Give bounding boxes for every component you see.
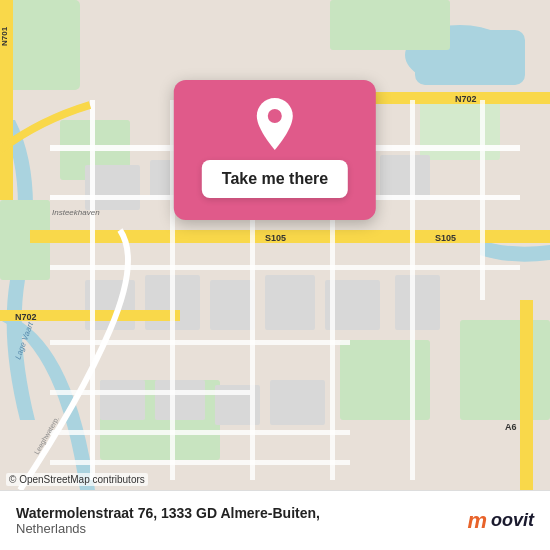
svg-rect-37 <box>520 300 533 490</box>
svg-rect-6 <box>330 0 450 50</box>
svg-rect-26 <box>270 380 325 425</box>
svg-rect-51 <box>480 100 485 300</box>
info-bar: Watermolenstraat 76, 1333 GD Almere-Buit… <box>0 490 550 550</box>
svg-rect-19 <box>210 280 255 330</box>
moovit-logo-m: m <box>467 508 487 534</box>
svg-text:N702: N702 <box>455 94 477 104</box>
svg-text:S105: S105 <box>435 233 456 243</box>
svg-text:Insteekhaven: Insteekhaven <box>52 208 100 217</box>
svg-rect-24 <box>155 380 205 420</box>
svg-rect-22 <box>395 275 440 330</box>
moovit-logo: m oovit <box>467 508 534 534</box>
svg-rect-23 <box>100 380 145 420</box>
svg-rect-46 <box>90 100 95 480</box>
svg-rect-50 <box>410 100 415 480</box>
address-line: Watermolenstraat 76, 1333 GD Almere-Buit… <box>16 505 320 521</box>
svg-point-55 <box>268 109 282 123</box>
svg-rect-20 <box>265 275 315 330</box>
svg-rect-41 <box>50 265 520 270</box>
country-line: Netherlands <box>16 521 320 536</box>
svg-rect-16 <box>380 155 430 200</box>
svg-text:N702: N702 <box>15 312 37 322</box>
svg-text:S105: S105 <box>265 233 286 243</box>
take-me-there-button[interactable]: Take me there <box>202 160 348 198</box>
svg-rect-9 <box>340 340 430 420</box>
moovit-logo-text: oovit <box>491 510 534 531</box>
svg-text:A6: A6 <box>505 422 517 432</box>
svg-text:N701: N701 <box>0 26 9 46</box>
svg-rect-30 <box>30 230 550 243</box>
map-container: N702 N702 S105 S105 N702 N701 A6 <box>0 0 550 490</box>
address-block: Watermolenstraat 76, 1333 GD Almere-Buit… <box>16 505 320 536</box>
svg-rect-10 <box>460 320 550 420</box>
location-pin-icon <box>253 98 297 150</box>
location-popup: Take me there <box>174 80 376 220</box>
map-svg: N702 N702 S105 S105 N702 N701 A6 <box>0 0 550 490</box>
osm-attribution: © OpenStreetMap contributors <box>6 473 148 486</box>
